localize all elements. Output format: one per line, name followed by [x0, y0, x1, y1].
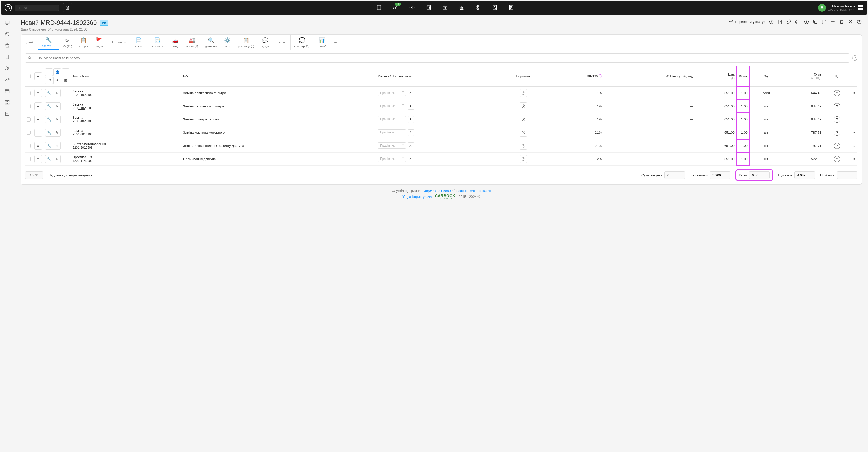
- work-code-link[interactable]: 2101-1020300: [72, 106, 180, 110]
- help-icon[interactable]: [857, 19, 862, 24]
- transfer-status-button[interactable]: Перевести у статус: [729, 19, 765, 24]
- sidebar-list-icon[interactable]: [5, 111, 10, 116]
- clock-button[interactable]: [520, 142, 527, 150]
- wrench-button[interactable]: 🔧: [45, 155, 53, 163]
- print-icon[interactable]: [795, 19, 800, 24]
- wrench-button[interactable]: 🔧: [45, 89, 53, 97]
- row-checkbox[interactable]: [27, 91, 31, 95]
- wrench-button[interactable]: 🔧: [45, 129, 53, 137]
- worker-select[interactable]: Працівник˅: [378, 90, 406, 96]
- header-menu-button[interactable]: ≡: [34, 73, 42, 80]
- pidsumok-value[interactable]: [795, 171, 815, 179]
- sidebar-trend-icon[interactable]: [5, 77, 10, 82]
- table-help-icon[interactable]: ?: [852, 55, 858, 60]
- edit-button[interactable]: ✎: [53, 116, 61, 123]
- tab-oglyad[interactable]: 🚗огляд: [168, 35, 183, 50]
- list-button[interactable]: ☰: [62, 68, 69, 76]
- tab-login[interactable]: 📊логи н/з: [313, 35, 331, 50]
- row-actions[interactable]: ≡: [851, 100, 858, 113]
- bank-button[interactable]: [63, 3, 72, 12]
- tab-zayavka[interactable]: 📄заявка: [131, 35, 147, 50]
- close-icon[interactable]: [848, 19, 853, 24]
- clock-button[interactable]: [520, 103, 527, 110]
- worker-select[interactable]: Працівник˅: [378, 116, 406, 122]
- person-button[interactable]: 👤: [54, 68, 61, 76]
- pd-help-button[interactable]: ?: [834, 116, 840, 122]
- agreement-link[interactable]: Угода Користувача: [402, 195, 432, 199]
- work-code-link[interactable]: 2201-2010503: [72, 146, 180, 149]
- worker-select[interactable]: Працівник˅: [378, 142, 406, 149]
- sidebar-monitor-icon[interactable]: [5, 20, 10, 25]
- support-phone[interactable]: +38(044) 334-5889: [422, 189, 451, 193]
- work-code-link[interactable]: 2101-1020400: [72, 119, 180, 123]
- doc-check-icon[interactable]: [778, 19, 783, 24]
- row-menu-button[interactable]: ≡: [34, 116, 42, 123]
- global-search-input[interactable]: [17, 6, 61, 10]
- clock-button[interactable]: [520, 155, 527, 163]
- pd-help-button[interactable]: ?: [834, 130, 840, 136]
- sidebar-grid-icon[interactable]: [5, 100, 10, 105]
- bez-znizhky-value[interactable]: [710, 171, 730, 179]
- chart-icon[interactable]: [459, 5, 465, 11]
- wrench-button[interactable]: 🔧: [45, 142, 53, 150]
- tab-posty[interactable]: 🏭пости (1): [183, 35, 202, 50]
- row-actions[interactable]: ≡: [851, 126, 858, 139]
- row-actions[interactable]: ≡: [851, 152, 858, 166]
- az-button[interactable]: A↕: [408, 156, 414, 162]
- tab-rekomtsii[interactable]: 📋реком-ції (0): [234, 35, 258, 50]
- row-checkbox[interactable]: [27, 117, 31, 121]
- sidebar-cal-icon[interactable]: [5, 88, 10, 94]
- row-checkbox[interactable]: [27, 144, 31, 148]
- clock-button[interactable]: [520, 129, 527, 137]
- worker-select[interactable]: Працівник˅: [378, 156, 406, 162]
- pd-help-button[interactable]: ?: [834, 103, 840, 109]
- link-icon[interactable]: [786, 19, 792, 24]
- edit-button[interactable]: ✎: [53, 129, 61, 137]
- logo-icon[interactable]: [5, 4, 12, 11]
- table-search-button[interactable]: [25, 53, 34, 63]
- calendar-icon[interactable]: [442, 5, 448, 11]
- tab-zch[interactable]: ⚙з/ч (15): [59, 35, 75, 50]
- tab-komenri[interactable]: 💭комен-рі (1): [291, 35, 313, 50]
- grid-button[interactable]: ⊞: [62, 77, 69, 84]
- row-menu-button[interactable]: ≡: [34, 89, 42, 97]
- support-email[interactable]: support@carbook.pro: [458, 189, 491, 193]
- edit-button[interactable]: ✎: [53, 142, 61, 150]
- suma-zakupky-value[interactable]: [664, 171, 685, 179]
- row-menu-button[interactable]: ≡: [34, 129, 42, 137]
- alert-icon[interactable]: [769, 19, 774, 24]
- clock-button[interactable]: [520, 89, 527, 97]
- wrench-button[interactable]: 🔧: [45, 116, 53, 123]
- prybutok-value[interactable]: [837, 171, 858, 179]
- row-actions[interactable]: ≡: [851, 113, 858, 126]
- sidebar-people-icon[interactable]: [5, 66, 10, 71]
- gear-icon[interactable]: [409, 5, 415, 11]
- doc-icon[interactable]: [508, 5, 515, 11]
- tab-reglament[interactable]: 📑регламент: [147, 35, 168, 50]
- tab-diagnoka[interactable]: 🔍діагно-ка: [202, 35, 221, 50]
- row-checkbox[interactable]: [27, 104, 31, 108]
- pd-help-button[interactable]: ?: [834, 143, 840, 149]
- percent-input[interactable]: [25, 171, 43, 179]
- tab-vidguk[interactable]: 💬відгук: [258, 35, 273, 50]
- az-button[interactable]: A↕: [408, 103, 414, 110]
- row-actions[interactable]: ≡: [851, 86, 858, 100]
- work-code-link[interactable]: 2101-1020100: [72, 93, 180, 97]
- worker-select[interactable]: Працівник˅: [378, 103, 406, 109]
- tab-zadachi[interactable]: 🚩задачі: [91, 35, 107, 50]
- clock-button[interactable]: [520, 116, 527, 123]
- worker-select[interactable]: Працівник˅: [378, 129, 406, 136]
- row-checkbox[interactable]: [27, 131, 31, 135]
- kst-value[interactable]: [749, 171, 770, 179]
- tab-roboty[interactable]: 🔧роботи (6): [38, 35, 59, 50]
- key-icon[interactable]: 11: [393, 5, 399, 11]
- row-menu-button[interactable]: ≡: [34, 155, 42, 163]
- edit-button[interactable]: ✎: [53, 89, 61, 97]
- edit-button[interactable]: ✎: [53, 103, 61, 110]
- sidebar-bag-icon[interactable]: [5, 43, 10, 48]
- save-icon[interactable]: [822, 19, 827, 24]
- star-button[interactable]: ★: [54, 77, 61, 84]
- copy-icon[interactable]: [813, 19, 818, 24]
- wrench-button[interactable]: 🔧: [45, 103, 53, 110]
- tab-istoriya[interactable]: 📋історія: [76, 35, 92, 50]
